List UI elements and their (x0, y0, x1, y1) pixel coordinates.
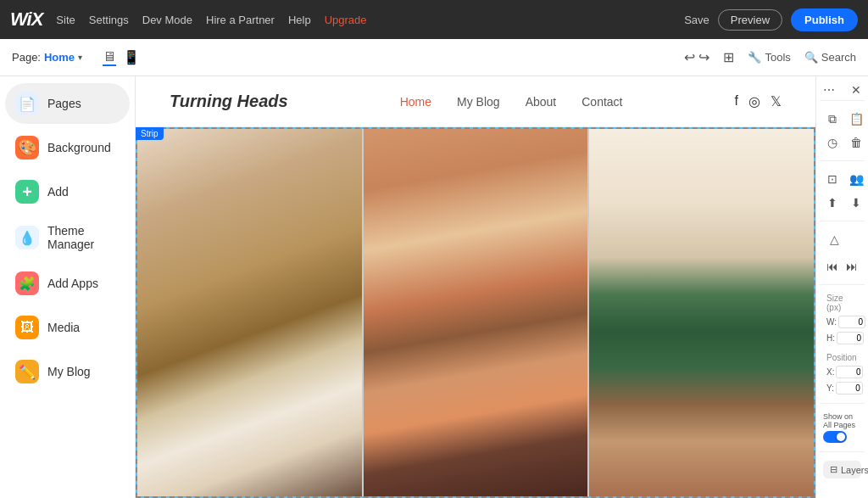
top-bar-right: Save Preview Publish (684, 8, 858, 31)
panel-forward-icon[interactable]: ⏭ (843, 255, 862, 277)
save-button[interactable]: Save (684, 14, 709, 26)
panel-rewind-icon[interactable]: ⏮ (823, 255, 842, 277)
nav-hire-partner[interactable]: Hire a Partner (206, 14, 275, 26)
panel-delete-icon[interactable]: 🗑 (845, 131, 867, 154)
sidebar-item-blog[interactable]: ✏️ My Blog (5, 351, 130, 392)
show-all-pages-toggle[interactable] (823, 431, 847, 443)
sidebar-theme-label: Theme Manager (47, 224, 120, 251)
nav-link-contact[interactable]: Contact (581, 95, 622, 109)
width-input[interactable] (838, 316, 865, 328)
x-input[interactable] (836, 366, 863, 378)
gallery-grid[interactable] (136, 127, 815, 498)
width-label: W: (826, 317, 837, 327)
layers-button[interactable]: ⊟ Layers (823, 461, 861, 478)
blog-icon: ✏️ (15, 360, 39, 383)
panel-divider-1 (820, 160, 865, 161)
sidebar-item-add[interactable]: + Add (5, 171, 130, 212)
gallery-col-plant (589, 129, 814, 496)
nav-link-about[interactable]: About (526, 95, 557, 109)
right-panel: ⋯ ✕ ⧉ 📋 ◷ 🗑 ⊡ 👥 ⬆ ⬇ △ ⏮ ⏭ Size (px) (815, 76, 868, 498)
nav-help[interactable]: Help (288, 14, 311, 26)
tools-label: Tools (765, 51, 790, 64)
grid-icon[interactable]: ⊞ (723, 49, 734, 65)
panel-distribute-icon[interactable]: ⬇ (845, 192, 867, 214)
site-logo: Turning Heads (170, 92, 288, 111)
panel-align-top-icon[interactable]: ⬆ (821, 192, 843, 214)
sidebar-item-media[interactable]: 🖼 Media (5, 307, 130, 348)
tools-button[interactable]: 🔧 Tools (748, 51, 790, 64)
device-icons: 🖥 📱 (103, 49, 140, 66)
second-bar: Page: Home ▾ 🖥 📱 ↩ ↪ ⊞ 🔧 Tools 🔍 Search (0, 39, 868, 76)
nav-dev-mode[interactable]: Dev Mode (142, 14, 192, 26)
media-icon: 🖼 (15, 316, 39, 339)
top-bar: WiX Site Settings Dev Mode Hire a Partne… (0, 0, 868, 39)
sidebar-item-add-apps[interactable]: 🧩 Add Apps (5, 263, 130, 304)
gallery-col-desk (137, 129, 362, 496)
site-preview: Turning Heads Home My Blog About Contact… (136, 76, 815, 498)
sidebar-add-label: Add (47, 185, 69, 199)
undo-icon[interactable]: ↩ (684, 49, 695, 65)
panel-triangle-section: △ (820, 227, 865, 252)
nav-settings[interactable]: Settings (89, 14, 129, 26)
panel-divider-5 (820, 451, 865, 452)
page-name: Home (44, 51, 75, 64)
layers-label: Layers (841, 465, 868, 475)
preview-button[interactable]: Preview (718, 9, 782, 31)
page-label: Page: (12, 51, 41, 64)
search-button[interactable]: 🔍 Search (804, 51, 856, 64)
strip-label: Strip (136, 127, 164, 140)
search-icon: 🔍 (804, 51, 818, 64)
height-row: H: (823, 330, 861, 346)
panel-icon-grid-mid: ⊡ 👥 ⬆ ⬇ (820, 166, 865, 215)
desktop-icon[interactable]: 🖥 (103, 49, 116, 66)
sidebar-item-background[interactable]: 🎨 Background (5, 127, 130, 168)
panel-options-icon[interactable]: ⋯ (823, 83, 835, 97)
panel-divider-3 (820, 284, 865, 285)
y-label: Y: (826, 383, 834, 393)
panel-group-icon[interactable]: 👥 (845, 168, 867, 190)
tools-icon: 🔧 (748, 51, 761, 64)
page-selector[interactable]: Page: Home ▾ (12, 51, 82, 64)
panel-history-icon[interactable]: ◷ (821, 131, 843, 154)
chevron-down-icon: ▾ (78, 53, 82, 62)
layers-icon: ⊟ (830, 464, 837, 475)
mobile-icon[interactable]: 📱 (123, 49, 140, 66)
publish-button[interactable]: Publish (791, 8, 858, 31)
sidebar-pages-label: Pages (47, 97, 81, 110)
panel-crop-icon[interactable]: ⊡ (821, 168, 843, 190)
y-input[interactable] (836, 382, 863, 394)
twitter-icon[interactable]: 𝕏 (771, 93, 782, 109)
site-nav: Turning Heads Home My Blog About Contact… (136, 76, 815, 127)
site-nav-links: Home My Blog About Contact (400, 95, 623, 109)
sidebar-item-pages[interactable]: 📄 Pages (5, 83, 130, 124)
background-icon: 🎨 (15, 136, 39, 159)
add-icon: + (15, 180, 39, 204)
gallery-col-woman (364, 129, 588, 496)
sidebar-item-theme-manager[interactable]: 💧 Theme Manager (5, 215, 130, 260)
site-social: f ◎ 𝕏 (735, 93, 782, 109)
redo-icon[interactable]: ↪ (698, 49, 709, 65)
sidebar-background-label: Background (47, 141, 111, 154)
height-label: H: (826, 333, 835, 343)
nav-site[interactable]: Site (56, 14, 75, 26)
width-row: W: (823, 314, 861, 330)
second-bar-actions: ↩ ↪ ⊞ 🔧 Tools 🔍 Search (684, 49, 856, 65)
nav-upgrade[interactable]: Upgrade (325, 14, 367, 26)
x-label: X: (826, 367, 834, 377)
panel-divider-4 (820, 403, 865, 404)
height-input[interactable] (837, 332, 864, 344)
panel-divider-2 (820, 221, 865, 221)
nav-link-blog[interactable]: My Blog (457, 95, 500, 109)
panel-close-icon[interactable]: ✕ (851, 83, 861, 97)
nav-link-home[interactable]: Home (400, 95, 431, 109)
left-sidebar: 📄 Pages 🎨 Background + Add 💧 Theme Manag… (0, 76, 136, 498)
right-panel-top: ⋯ ✕ (820, 80, 865, 101)
theme-icon: 💧 (15, 226, 39, 249)
instagram-icon[interactable]: ◎ (748, 93, 760, 109)
position-label: Position (823, 351, 861, 364)
facebook-icon[interactable]: f (735, 93, 738, 109)
panel-triangle-icon[interactable]: △ (823, 228, 845, 250)
panel-paste-icon[interactable]: 📋 (845, 108, 867, 130)
size-label: Size (px) (823, 292, 861, 314)
panel-copy-icon[interactable]: ⧉ (821, 108, 843, 130)
